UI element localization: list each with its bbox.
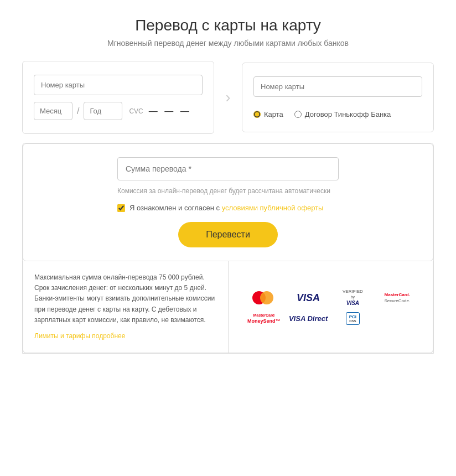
arrow-icon: › (225, 89, 230, 106)
cvc-label: CVC (129, 107, 143, 115)
radio-card-option[interactable]: Карта (253, 110, 283, 118)
max-amount-info: Максимальная сумма онлайн-перевода 75 00… (34, 272, 217, 325)
transfer-arrow: › (214, 89, 242, 106)
verified-by-visa-logo: VERIFIED by VISA (343, 289, 363, 307)
transfer-cards-section: / CVC — — — › Карта Договор Тинькофф Бан… (22, 61, 434, 134)
commission-text: Комиссия за онлайн-перевод денег будет р… (117, 186, 339, 196)
mastercard-logo (252, 290, 276, 306)
pci-dss-logo: PCI DSS (346, 312, 360, 325)
radio-contract-option[interactable]: Договор Тинькофф Банка (294, 110, 391, 118)
radio-contract-input[interactable] (294, 111, 302, 118)
page-subtitle: Мгновенный перевод денег между любыми ка… (22, 39, 434, 48)
payment-logos: VISA VERIFIED by VISA MasterCard. Secure… (229, 261, 433, 353)
visa-direct-logo: VISA Direct (289, 314, 328, 323)
cvc-dots: — — — (149, 106, 191, 116)
amount-input[interactable] (117, 157, 339, 180)
limits-link[interactable]: Лимиты и тарифы подробнее (34, 331, 125, 342)
offer-checkbox[interactable] (117, 204, 125, 212)
offer-link[interactable]: условиями публичной оферты (222, 204, 324, 212)
page-title: Перевод с карты на карту (22, 17, 434, 34)
transfer-button[interactable]: Перевести (178, 222, 278, 247)
offer-checkbox-row: Я ознакомлен и согласен с условиями публ… (117, 204, 339, 212)
footer-section: Максимальная сумма онлайн-перевода 75 00… (23, 261, 433, 353)
page-wrapper: Перевод с карты на карту Мгновенный пере… (0, 0, 456, 370)
payment-type-group: Карта Договор Тинькофф Банка (253, 110, 422, 118)
offer-text: Я ознакомлен и согласен с условиями публ… (129, 204, 323, 212)
offer-prefix: Я ознакомлен и согласен с (129, 204, 222, 212)
to-card-number-input[interactable] (253, 76, 422, 97)
slash-divider: / (77, 106, 79, 116)
to-card-box: Карта Договор Тинькофф Банка (242, 63, 434, 132)
from-card-box: / CVC — — — (22, 61, 214, 134)
radio-card-input[interactable] (253, 111, 261, 118)
amount-inner-section: Комиссия за онлайн-перевод денег будет р… (23, 143, 433, 261)
from-card-year-input[interactable] (84, 102, 122, 120)
radio-contract-label: Договор Тинькофф Банка (305, 110, 391, 118)
from-card-details-row: / CVC — — — (34, 102, 203, 120)
from-card-number-input[interactable] (34, 75, 203, 95)
from-card-month-input[interactable] (34, 102, 72, 120)
page-header: Перевод с карты на карту Мгновенный пере… (22, 17, 434, 48)
visa-logo: VISA (297, 292, 320, 304)
moneysend-logo: MasterCard MoneySend™ (247, 313, 281, 325)
amount-form: Комиссия за онлайн-перевод денег будет р… (117, 157, 339, 247)
footer-info-text: Максимальная сумма онлайн-перевода 75 00… (23, 261, 229, 353)
amount-section: Комиссия за онлайн-перевод денег будет р… (22, 143, 434, 354)
radio-card-label: Карта (264, 110, 283, 118)
mastercard-securecode-logo: MasterCard. SecureCode. (384, 292, 410, 304)
logos-grid: VISA VERIFIED by VISA MasterCard. Secure… (245, 289, 417, 325)
